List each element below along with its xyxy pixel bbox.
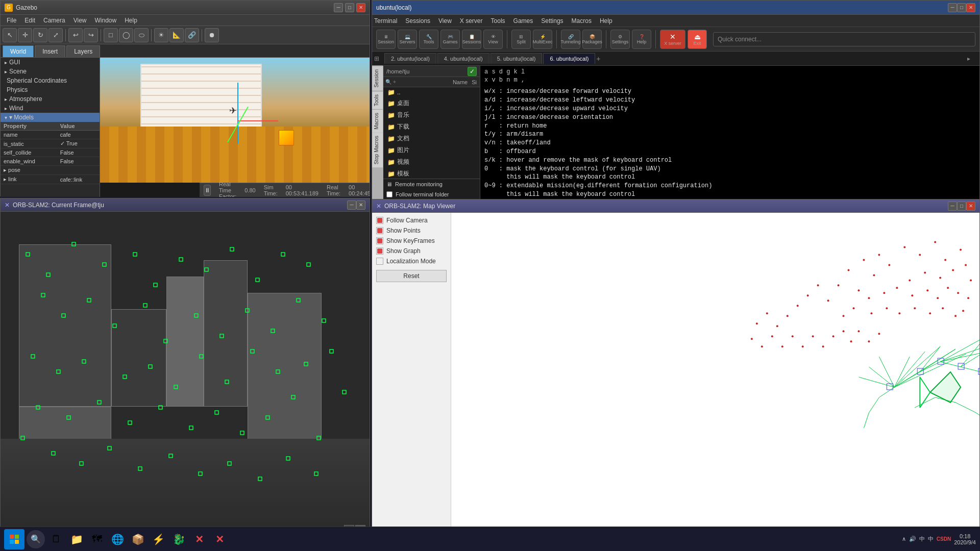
terminal-menu-terminal[interactable]: Terminal xyxy=(374,17,397,24)
side-tab-macros[interactable]: Macros xyxy=(372,109,383,133)
file-new-btn[interactable]: + xyxy=(393,79,396,85)
toolbar-scale-btn[interactable]: ⤢ xyxy=(48,28,63,42)
sidebar-toggle-btn[interactable]: ⊞ xyxy=(374,55,384,62)
terminal-menu-sessions[interactable]: Sessions xyxy=(405,17,430,24)
taskbar-browser-icon[interactable]: 🌐 xyxy=(108,530,127,548)
map-3d-viewport[interactable] xyxy=(451,213,979,551)
toolbar-sphere-btn[interactable]: ◯ xyxy=(119,28,133,42)
toolbar-light-btn[interactable]: ☀ xyxy=(154,28,168,42)
toolbar-rotate-btn[interactable]: ↻ xyxy=(33,28,47,42)
terminal-menu-view[interactable]: View xyxy=(438,17,452,24)
slam-frame-close[interactable]: ✕ xyxy=(356,201,365,210)
toolbar-help-btn[interactable]: ❓Help xyxy=(632,30,651,49)
sidebar-spherical[interactable]: Spherical Coordinates xyxy=(1,76,100,85)
toolbar-translate-btn[interactable]: ✛ xyxy=(18,28,32,42)
toolbar-split-btn[interactable]: ⊞Split xyxy=(511,30,531,49)
taskbar-search-btn[interactable]: 🔍 xyxy=(27,530,45,548)
terminal-menu-games[interactable]: Games xyxy=(513,17,533,24)
toolbar-cylinder-btn[interactable]: ⬭ xyxy=(134,28,149,42)
gazebo-close-button[interactable]: ✕ xyxy=(356,3,365,12)
gazebo-menu-window[interactable]: Window xyxy=(91,16,121,25)
quick-connect-bar[interactable]: Quick connect... xyxy=(713,32,975,46)
toolbar-select-btn[interactable]: ↖ xyxy=(3,28,17,42)
reset-button[interactable]: Reset xyxy=(376,270,447,282)
gazebo-menu-edit[interactable]: Edit xyxy=(20,16,39,25)
toolbar-multiexec-btn[interactable]: ⚡MultiExec xyxy=(533,30,552,49)
terminal-menu-settings[interactable]: Settings xyxy=(541,17,563,24)
start-button[interactable] xyxy=(4,529,24,549)
localization-mode-checkbox[interactable] xyxy=(376,258,383,265)
show-graph-checkbox[interactable] xyxy=(376,247,383,255)
remote-monitoring-btn[interactable]: 🖥 Remote monitoring xyxy=(383,179,480,189)
terminal-menu-help[interactable]: Help xyxy=(600,17,612,24)
taskbar-lightning-icon[interactable]: ⚡ xyxy=(149,530,167,548)
follow-terminal-checkbox[interactable] xyxy=(386,191,393,197)
sidebar-wind[interactable]: ▸Wind xyxy=(1,104,100,113)
sidebar-atmosphere[interactable]: ▸Atmosphere xyxy=(1,94,100,104)
follow-camera-checkbox[interactable] xyxy=(376,217,383,224)
tab-overflow-btn[interactable]: ▸ xyxy=(967,55,977,62)
file-item-pictures[interactable]: 📁图片 xyxy=(383,144,480,156)
taskbar-store-icon[interactable]: 📦 xyxy=(129,530,147,548)
file-item-templates[interactable]: 📁模板 xyxy=(383,168,480,179)
sidebar-physics[interactable]: Physics xyxy=(1,85,100,94)
file-item-downloads[interactable]: 📁下载 xyxy=(383,121,480,133)
tab-ubuntu6[interactable]: 6. ubuntu(local) xyxy=(543,53,595,64)
tray-volume-icon[interactable]: 🔊 xyxy=(909,536,916,542)
tab-layers[interactable]: Layers xyxy=(66,45,100,57)
map-minimize[interactable]: ─ xyxy=(948,202,957,211)
sidebar-scene[interactable]: ▸Scene xyxy=(1,67,100,76)
taskbar-clock[interactable]: 0:18 2020/9/4 xyxy=(954,533,976,545)
toolbar-sessions2-btn[interactable]: 📋Sessions xyxy=(462,30,481,49)
toolbar-games-btn[interactable]: 🎮Games xyxy=(440,30,460,49)
toolbar-session-btn[interactable]: 🖥Session xyxy=(376,30,396,49)
show-keyframes-checkbox[interactable] xyxy=(376,237,383,244)
file-item-desktop[interactable]: 📁桌面 xyxy=(383,97,480,109)
follow-terminal-btn[interactable]: Follow terminal folder xyxy=(383,189,480,199)
toolbar-settings-btn[interactable]: ⚙Settings xyxy=(610,30,630,49)
toolbar-view-btn[interactable]: 👁View xyxy=(483,30,503,49)
toolbar-joint-btn[interactable]: 🔗 xyxy=(185,28,199,42)
taskbar-explorer-icon[interactable]: 📁 xyxy=(67,530,86,548)
tray-network-icon[interactable]: 中 xyxy=(919,535,925,543)
gazebo-maximize-button[interactable]: □ xyxy=(345,3,354,12)
prop-link-label[interactable]: ▸ link xyxy=(1,175,57,184)
tab-ubuntu2[interactable]: 2. ubuntu(local) xyxy=(384,53,436,64)
map-close[interactable]: ✕ xyxy=(966,202,975,211)
map-maximize[interactable]: □ xyxy=(957,202,966,211)
file-item-music[interactable]: 📁音乐 xyxy=(383,109,480,121)
tray-csdn-icon[interactable]: CSDN xyxy=(937,536,951,542)
toolbar-undo-btn[interactable]: ↩ xyxy=(68,28,83,42)
side-tab-stop-macros[interactable]: Stop Macros xyxy=(372,133,383,167)
slam-frame-minimize[interactable]: ─ xyxy=(347,201,356,210)
gazebo-menu-file[interactable]: File xyxy=(3,16,20,25)
taskbar-app1-icon[interactable]: 🐉 xyxy=(169,530,188,548)
terminal-maximize[interactable]: □ xyxy=(957,3,966,12)
terminal-menu-tools[interactable]: Tools xyxy=(491,17,505,24)
terminal-menu-macros[interactable]: Macros xyxy=(572,17,592,24)
toolbar-tunneling-btn[interactable]: 🔗Tunneling xyxy=(561,30,580,49)
file-item-videos[interactable]: 📁视频 xyxy=(383,156,480,168)
gazebo-3d-viewport[interactable]: ✈ ⏸ Real Time Factor: 0.80 Sim Time: 00 … xyxy=(100,58,370,197)
toolbar-measure-btn[interactable]: 📐 xyxy=(169,28,184,42)
toolbar-box-btn[interactable]: □ xyxy=(104,28,118,42)
pause-button[interactable]: ⏸ xyxy=(204,185,211,196)
toolbar-packages-btn[interactable]: 📦Packages xyxy=(582,30,602,49)
tray-caret-icon[interactable]: ∧ xyxy=(902,536,906,542)
side-tab-tools[interactable]: Tools xyxy=(372,91,383,109)
taskbar-maps-icon[interactable]: 🗺 xyxy=(88,530,106,548)
side-tab-session[interactable]: Session xyxy=(372,66,383,91)
tray-input-icon[interactable]: 中 xyxy=(928,535,934,543)
tab-insert[interactable]: Insert xyxy=(35,45,65,57)
gazebo-minimize-button[interactable]: ─ xyxy=(334,3,343,12)
tab-world[interactable]: World xyxy=(3,45,34,57)
gazebo-menu-camera[interactable]: Camera xyxy=(39,16,69,25)
toolbar-servers-btn[interactable]: 💻Servers xyxy=(398,30,417,49)
terminal-menu-xserver[interactable]: X server xyxy=(460,17,483,24)
taskbar-xtdrone2-icon[interactable]: ✕ xyxy=(210,530,229,548)
terminal-minimize[interactable]: ─ xyxy=(948,3,957,12)
sidebar-gui[interactable]: ▸GUI xyxy=(1,58,100,67)
terminal-text-area[interactable]: a s d g k l x v b n m , w/x : increase/d… xyxy=(480,66,979,199)
prop-pose-label[interactable]: ▸ pose xyxy=(1,166,57,175)
file-item-documents[interactable]: 📁文档 xyxy=(383,133,480,144)
